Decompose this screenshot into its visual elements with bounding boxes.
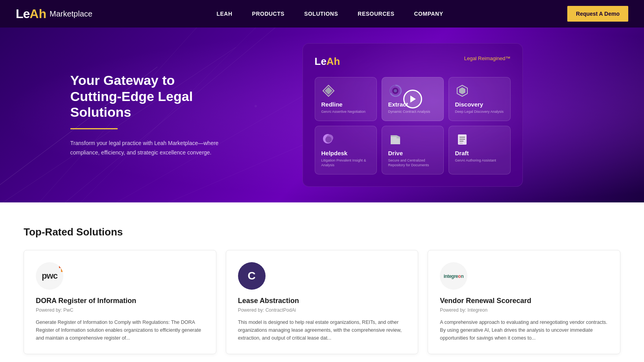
logo-ah: Ah <box>30 7 46 21</box>
solutions-grid: pwc DORA Register of Information Powered… <box>24 250 620 354</box>
vendor-powered: Powered by: Integreon <box>440 307 608 313</box>
extract-desc: Dynamic Contract Analysis <box>388 109 430 114</box>
solution-card-vendor[interactable]: integreon Vendor Renewal Scorecard Power… <box>428 250 620 354</box>
contractpodai-logo-container: C <box>238 262 266 290</box>
hero-visual: LeAh Legal Reimagined™ <box>251 43 574 187</box>
lease-powered: Powered by: ContractPodAi <box>238 307 406 313</box>
hero-description: Transform your legal practice with Leah … <box>70 139 228 158</box>
contractpodai-logo: C <box>242 266 262 286</box>
card-logo-ah: Ah <box>327 55 340 68</box>
hero-text: Your Gateway to Cutting-Edge Legal Solut… <box>70 72 228 158</box>
nav-item-company[interactable]: COMPANY <box>414 10 443 17</box>
drive-desc: Secure and Centralized Repository for Do… <box>388 158 437 168</box>
product-grid: Redline GenAI Assertive Negotiation <box>315 77 511 175</box>
product-showcase-card: LeAh Legal Reimagined™ <box>303 43 523 187</box>
dora-name: DORA Register of Information <box>36 297 204 305</box>
play-button[interactable] <box>403 90 422 108</box>
nav-links: LEAH PRODUCTS SOLUTIONS RESOURCES COMPAN… <box>216 10 443 17</box>
nav-item-resources[interactable]: RESOURCES <box>358 10 394 17</box>
drive-icon <box>388 132 402 147</box>
svg-marker-16 <box>459 87 465 94</box>
solution-card-dora[interactable]: pwc DORA Register of Information Powered… <box>24 250 216 354</box>
discovery-desc: Deep Legal Discovery Analysis <box>455 109 504 114</box>
redline-desc: GenAI Assertive Negotiation <box>321 109 366 114</box>
dora-powered: Powered by: PwC <box>36 307 204 313</box>
product-item-extract[interactable]: Extract Dynamic Contract Analysis <box>382 77 444 121</box>
product-item-draft[interactable]: Draft GenAI Authoring Assistant <box>448 126 511 175</box>
svg-point-19 <box>325 136 332 143</box>
pwc-square-orange <box>61 268 63 272</box>
helpdesk-icon <box>321 132 336 147</box>
logo-marketplace: Marketplace <box>50 9 92 18</box>
hero-section: Your Gateway to Cutting-Edge Legal Solut… <box>0 28 644 202</box>
play-icon <box>410 96 416 103</box>
redline-icon <box>321 84 336 98</box>
product-item-helpdesk[interactable]: Helpdesk Litigation Prevalent Insight & … <box>315 126 377 175</box>
logo-le: Le <box>16 7 30 21</box>
integreon-logo: integreon <box>444 272 464 279</box>
discovery-name: Discovery <box>455 101 483 108</box>
nav-item-leah[interactable]: LEAH <box>216 10 232 17</box>
redline-name: Redline <box>321 101 343 108</box>
solutions-section: Top-Rated Solutions pwc DORA Regi <box>0 202 644 362</box>
vendor-name: Vendor Renewal Scorecard <box>440 297 608 305</box>
solutions-section-title: Top-Rated Solutions <box>24 226 620 238</box>
drive-name: Drive <box>388 150 403 156</box>
solution-card-lease[interactable]: C Lease Abstraction Powered by: Contract… <box>226 250 419 354</box>
draft-icon <box>455 132 469 147</box>
lease-desc: This model is designed to help real esta… <box>238 318 406 342</box>
discovery-icon <box>455 84 469 98</box>
helpdesk-desc: Litigation Prevalent Insight & Analysis <box>321 158 370 168</box>
helpdesk-name: Helpdesk <box>321 150 348 156</box>
request-demo-button[interactable]: Request A Demo <box>567 6 628 22</box>
card-header: LeAh Legal Reimagined™ <box>315 55 511 68</box>
hero-title: Your Gateway to Cutting-Edge Legal Solut… <box>70 72 228 120</box>
hero-divider <box>70 128 118 129</box>
draft-name: Draft <box>455 150 469 156</box>
integreon-logo-container: integreon <box>440 262 467 290</box>
product-item-discovery[interactable]: Discovery Deep Legal Discovery Analysis <box>448 77 511 121</box>
dora-desc: Generate Register of Information to Comp… <box>36 318 204 342</box>
pwc-square-red <box>59 265 63 268</box>
pwc-text: pwc <box>42 271 57 281</box>
draft-desc: GenAI Authoring Assistant <box>455 158 496 163</box>
hero-content: Your Gateway to Cutting-Edge Legal Solut… <box>47 43 598 187</box>
navbar: LeAh Marketplace LEAH PRODUCTS SOLUTIONS… <box>0 0 644 28</box>
pwc-squares <box>59 265 63 272</box>
product-item-drive[interactable]: Drive Secure and Centralized Repository … <box>382 126 444 175</box>
product-item-redline[interactable]: Redline GenAI Assertive Negotiation <box>315 77 377 121</box>
nav-item-products[interactable]: PRODUCTS <box>252 10 285 17</box>
pwc-logo-container: pwc <box>36 262 63 290</box>
svg-point-14 <box>394 89 397 92</box>
nav-item-solutions[interactable]: SOLUTIONS <box>304 10 338 17</box>
lease-name: Lease Abstraction <box>238 297 406 305</box>
extract-icon <box>388 84 402 98</box>
site-logo[interactable]: LeAh Marketplace <box>16 7 92 21</box>
card-tagline: Legal Reimagined™ <box>464 55 511 61</box>
vendor-desc: A comprehensive approach to evaluating a… <box>440 318 608 342</box>
card-logo-le: Le <box>315 55 327 68</box>
